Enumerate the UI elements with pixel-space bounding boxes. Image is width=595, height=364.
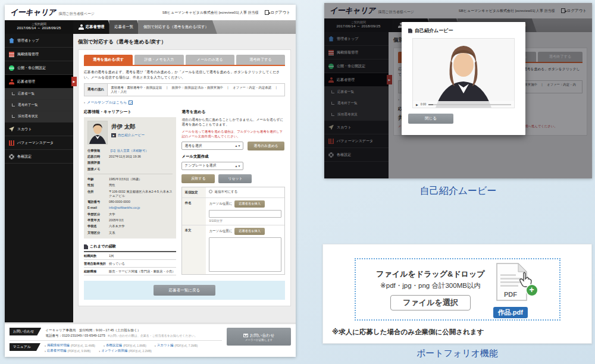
applicant-column: 応募情報・キャリアシート	[84, 109, 176, 275]
self-intro-movie-link[interactable]: ▶ 自己紹介ムービー	[111, 133, 145, 138]
pdf-preview: PDF + 作品.pdf	[492, 261, 538, 318]
flow-label: 選考の流れ	[84, 84, 108, 96]
video-progress-bar[interactable]	[428, 104, 511, 105]
mail-sample-link[interactable]: › メールサンプルはこちら ↗	[84, 100, 285, 105]
page-title: 個別で対応する（選考を進める/戻す）	[78, 39, 291, 46]
body-cursor-row: カーソル位置に 応募者名を挿入	[209, 228, 281, 235]
breadcrumb-tabbar: ご契約期間 2017/06/14 ～ 2018/09/25 応募者管理 応募者一…	[5, 20, 296, 34]
svg-text:PDF: PDF	[504, 291, 517, 298]
applicant-photo	[87, 121, 108, 145]
gear-icon	[9, 154, 14, 159]
file-dropzone[interactable]: ファイルをドラッグ&ドロップ ※pdf・jpg・png 合計300MB以内 ファ…	[355, 258, 560, 321]
back-to-list-button[interactable]: 応募者一覧に戻る	[154, 285, 215, 296]
reply-option[interactable]: 返信不可にする	[206, 187, 284, 197]
experience-row: 普通自動車免許持っている	[84, 260, 176, 268]
insert-name-button[interactable]: 応募者名を挿入	[234, 228, 264, 235]
profile-header: 井伊 太郎 ▶ 自己紹介ムービー	[87, 121, 173, 145]
portfolio-caption: ポートフォリオ機能	[322, 348, 592, 359]
header-right: SBヒューマンキャピタル株式会社 [ecreview01] 人事 担当様 ログア…	[162, 10, 290, 15]
experience-row: 転職回数1回	[84, 252, 176, 260]
template-dropdown[interactable]: テンプレートを選択 ▲▼	[181, 162, 243, 170]
subject-counter: 0/100文字	[209, 219, 281, 222]
tab-individual-action[interactable]: 個別で対応する（選考を進める/戻す）	[138, 20, 217, 34]
file-name-badge: 作品.pdf	[493, 307, 528, 318]
sidebar-item-selection-finished[interactable]: 選考終了一覧	[5, 100, 73, 111]
step-enter-evaluation[interactable]: 評価・メモを入力	[134, 55, 183, 65]
field-row: 応募日時2017年11月16日 19:36	[87, 153, 173, 159]
app-logo: イーキャリア	[10, 7, 56, 18]
play-icon[interactable]: ▶	[416, 103, 418, 106]
body-textarea[interactable]	[209, 237, 281, 272]
radio-icon[interactable]	[209, 190, 212, 193]
footer-contact-button[interactable]: お問い合わせ メーラーが起動します	[227, 328, 291, 346]
movie-caption: 自己紹介ムービー	[324, 185, 592, 197]
contact-label: お問い合わせ	[10, 328, 41, 335]
advance-section-title: 選考を進める	[181, 109, 285, 115]
sidebar-item-scout[interactable]: スカウト	[5, 123, 73, 136]
template-buttons: 反映する リセット	[181, 174, 285, 183]
manual-link-scout[interactable]: ›スカウト編(PDF形式, 7.3MB)	[155, 343, 198, 347]
sidebar-item-performance-data[interactable]: パフォーマンスデータ	[5, 136, 73, 150]
reset-button[interactable]: リセット	[218, 174, 252, 183]
manual-link-settings[interactable]: ›各種設定編(PDF形式, 1.8MB)	[104, 343, 146, 347]
advance-only-button[interactable]: 選考のみ進める	[248, 142, 284, 150]
contact-info: イーキャリア事務局 受付時間：9:00～17:45（土日祝を除く） 電話番号：0…	[45, 328, 197, 338]
field-row: 面接メモ	[87, 166, 173, 172]
sidebar-item-selection-status[interactable]: 採用選考状況	[5, 111, 73, 123]
job-link[interactable]: 【1】法人営業（未経験可）	[109, 149, 149, 153]
movie-icon: ▶	[111, 133, 116, 137]
manual-link-posting[interactable]: ›掲載情報管理編(PDF形式, 11.4MB)	[45, 343, 95, 347]
section-corner-icon	[84, 244, 88, 249]
tab-applicant-management[interactable]: 応募者管理	[73, 20, 112, 34]
sidebar-item-admin-top[interactable]: 管理者トップ	[5, 34, 73, 48]
email-link[interactable]: info@softbankhc.co.jp	[109, 206, 140, 210]
woman-video-frame	[413, 39, 514, 108]
sub-arrow-icon	[12, 103, 15, 106]
reply-setting-row: 返信設定 返信不可にする	[182, 187, 284, 198]
manual-link-online-interview[interactable]: ›オンライン面接編(PDF形式, 2.2MB)	[99, 349, 152, 353]
subject-cursor-row: カーソル位置に 応募者名を挿入	[209, 200, 281, 208]
man-avatar	[88, 121, 107, 144]
globe-icon	[9, 65, 14, 71]
selection-select-row: 選考を選択 ▲▼ 選考のみ進める	[181, 142, 285, 150]
step-buttons: 選考を進める/戻す 評価・メモを入力 メールのみ送る 選考終了する	[84, 55, 285, 66]
field-row: 面接評価	[87, 160, 173, 166]
add-file-plus-icon: +	[527, 285, 537, 296]
step-advance-selection[interactable]: 選考を進める/戻す	[84, 55, 133, 65]
subject-input[interactable]	[209, 210, 281, 218]
sub-arrow-icon	[12, 115, 15, 118]
selection-flow-box: 選考の流れ 書類選考：書類選考中・面接設定前 ｜ 面接中：面接設定済み・面接実施…	[84, 83, 285, 96]
logout-button[interactable]: ログアウト	[265, 10, 290, 15]
close-modal-button[interactable]: 閉じる	[408, 114, 453, 124]
apply-template-button[interactable]: 反映する	[181, 174, 215, 183]
video-player[interactable]: ▶ 0:00	[412, 38, 515, 108]
bottom-action-bar: 応募者一覧に戻る	[84, 281, 285, 300]
sidebar-item-posting-info[interactable]: 掲載情報管理	[5, 48, 73, 61]
manual-link-applicant[interactable]: ›応募者管理編(PDF形式, 9.9MB)	[45, 349, 90, 353]
sidebar-item-applicant-management[interactable]: 応募者管理 ▶	[5, 75, 73, 89]
contract-period: 2017/06/14 ～ 2018/09/25	[5, 26, 73, 31]
dropdown-caret-icon: ▲▼	[235, 164, 241, 168]
step-send-mail-only[interactable]: メールのみ送る	[186, 55, 234, 65]
dropdown-caret-icon: ▲▼	[235, 144, 241, 148]
step-finish-selection[interactable]: 選考終了する	[236, 55, 285, 65]
document-icon	[9, 52, 14, 57]
brand: イーキャリア 採用ご担当者様ページ	[10, 7, 95, 18]
footer-left: お問い合わせ イーキャリア事務局 受付時間：9:00～17:45（土日祝を除く）…	[10, 328, 222, 353]
selection-dropdown[interactable]: 選考を選択 ▲▼	[181, 142, 243, 150]
section-corner-icon	[408, 29, 412, 33]
chart-icon	[9, 140, 14, 146]
sidebar-item-settings[interactable]: 各種設定	[5, 150, 73, 164]
screenshot-applicant-page: イーキャリア 採用ご担当者様ページ SBヒューマンキャピタル株式会社 [ecre…	[5, 5, 296, 357]
field-row: 住所〒106-0032 東京都港区六本木2-4-5 六本木スクエアビル	[87, 189, 173, 199]
flow-value: 書類選考：書類選考中・面接設定前 ｜ 面接中：面接設定済み・面接実施中 ｜ オフ…	[108, 84, 284, 96]
field-row: 卒業年月2005年3月	[87, 217, 173, 223]
video-controls[interactable]: ▶ 0:00	[413, 101, 514, 108]
mail-form-table: 返信設定 返信不可にする 件名 カーソル位置に 応募者名を挿入	[181, 187, 285, 275]
insert-name-button[interactable]: 応募者名を挿入	[234, 200, 264, 208]
sidebar-item-applicant-list[interactable]: 応募者一覧	[5, 89, 73, 100]
file-select-button[interactable]: ファイルを選択	[390, 295, 471, 310]
sidebar-item-publish-settings[interactable]: 公開・非公開設定	[5, 61, 73, 75]
caret-icon: ›	[84, 101, 85, 104]
tab-applicant-list[interactable]: 応募者一覧	[109, 20, 141, 34]
